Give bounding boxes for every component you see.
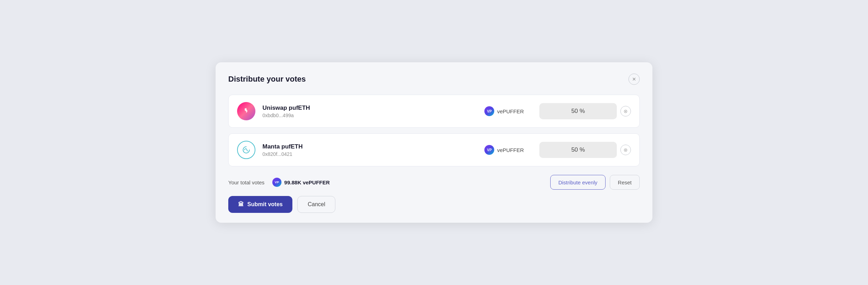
distribute-evenly-button[interactable]: Distribute evenly (550, 175, 606, 190)
remove-icon: ⊗ (624, 108, 628, 114)
percent-input-wrap: ⊗ (539, 142, 631, 158)
token-label: vePUFFER (497, 108, 524, 114)
remove-pool-button[interactable]: ⊗ (620, 106, 631, 116)
footer-row: Your total votes VP 99.88K vePUFFER Dist… (228, 175, 640, 190)
distribute-votes-modal: Distribute your votes × Uniswap pufETH 0… (216, 62, 652, 223)
pool-list: Uniswap pufETH 0xbdb0...499a VP vePUFFER… (228, 95, 640, 166)
manta-logo (237, 141, 255, 159)
modal-header: Distribute your votes × (228, 74, 640, 85)
votes-amount: VP 99.88K vePUFFER (272, 178, 330, 187)
uniswap-logo (237, 102, 255, 120)
pool-info: Uniswap pufETH 0xbdb0...499a (262, 104, 477, 118)
percent-input[interactable] (539, 103, 617, 119)
pool-address: 0x820f...0421 (262, 151, 477, 157)
pool-address: 0xbdb0...499a (262, 113, 477, 118)
submit-icon: 🏛 (238, 201, 244, 208)
pool-name: Uniswap pufETH (262, 104, 477, 112)
token-avatar: VP (484, 145, 494, 155)
votes-token-avatar: VP (272, 178, 281, 187)
action-row: 🏛 Submit votes Cancel (228, 196, 640, 213)
token-label: vePUFFER (497, 147, 524, 153)
close-icon: × (632, 76, 636, 82)
pool-name: Manta pufETH (262, 143, 477, 150)
remove-icon: ⊗ (624, 147, 628, 153)
modal-title: Distribute your votes (228, 75, 306, 84)
svg-point-0 (245, 108, 246, 109)
percent-input[interactable] (539, 142, 617, 158)
submit-votes-button[interactable]: 🏛 Submit votes (228, 196, 292, 213)
percent-input-wrap: ⊗ (539, 103, 631, 119)
close-button[interactable]: × (628, 74, 640, 85)
pool-card: Uniswap pufETH 0xbdb0...499a VP vePUFFER… (228, 95, 640, 128)
footer-actions: Distribute evenly Reset (550, 175, 640, 190)
cancel-button[interactable]: Cancel (297, 196, 335, 213)
pool-info: Manta pufETH 0x820f...0421 (262, 143, 477, 157)
votes-amount-text: 99.88K vePUFFER (284, 179, 330, 185)
token-avatar: VP (484, 106, 494, 116)
pool-card: Manta pufETH 0x820f...0421 VP vePUFFER ⊗ (228, 133, 640, 166)
votes-label: Your total votes (228, 179, 265, 185)
submit-label: Submit votes (247, 201, 283, 208)
token-badge: VP vePUFFER (484, 145, 524, 155)
token-badge: VP vePUFFER (484, 106, 524, 116)
remove-pool-button[interactable]: ⊗ (620, 145, 631, 155)
reset-button[interactable]: Reset (610, 175, 640, 190)
